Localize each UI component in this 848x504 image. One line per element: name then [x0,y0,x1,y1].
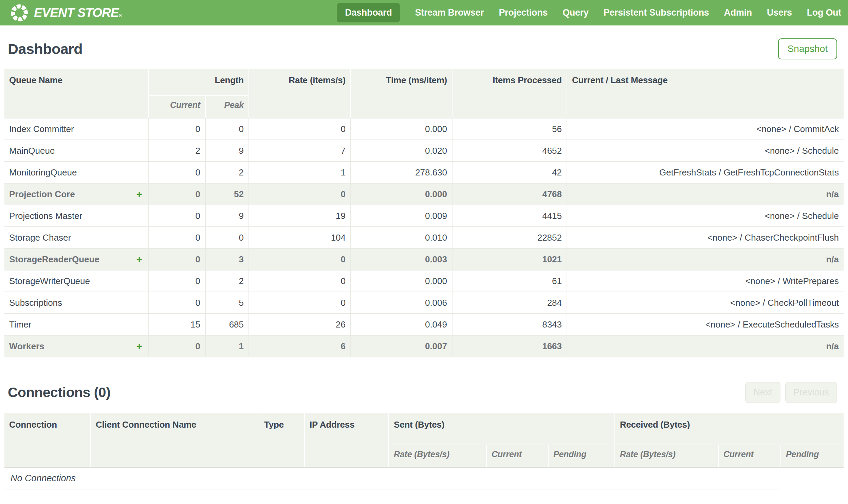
trademark-symbol: ® [119,13,122,18]
current-cell: 0 [149,227,205,249]
queue-name-cell: Timer [4,313,149,335]
items-processed-cell: 56 [452,118,567,140]
items-processed-cell: 1021 [452,249,567,270]
nav-item-projections[interactable]: Projections [499,3,547,22]
peak-cell: 2 [205,162,249,183]
queue-name-cell: Storage Chaser [4,227,149,249]
previous-button[interactable]: Previous [785,382,837,403]
queue-name-cell: Subscriptions [4,292,149,313]
nav-item-persistent-subscriptions[interactable]: Persistent Subscriptions [603,3,709,22]
time-cell: 0.000 [351,118,452,140]
message-cell: <none> / Schedule [567,205,844,227]
queue-row: Timer15685260.0498343<none> / ExecuteSch… [4,313,844,335]
message-cell: n/a [567,335,844,357]
current-cell: 0 [149,292,205,313]
col-received-pending: Pending [781,445,844,467]
current-cell: 0 [149,162,205,183]
main-content: Dashboard Snapshot Queue Name Length Rat… [0,38,848,489]
message-cell: <none> / ExecuteScheduledTasks [567,313,844,335]
col-sent-current: Current [486,445,548,467]
connections-title: Connections (0) [8,384,110,400]
next-button[interactable]: Next [745,382,780,403]
queue-name-cell: Index Committer [4,118,149,140]
col-sent-pending: Pending [548,445,615,467]
nav-item-log-out[interactable]: Log Out [807,3,841,22]
brand-name: EVENT STORE® [34,6,122,20]
current-cell: 0 [149,118,205,140]
queue-row: Index Committer0000.00056<none> / Commit… [4,118,844,140]
queue-name-label: MonitoringQueue [9,167,77,178]
col-client-connection-name: Client Connection Name [91,413,259,467]
queue-name-label: StorageReaderQueue [9,254,100,265]
col-sent-bytes: Sent (Bytes) [389,413,615,445]
items-processed-cell: 8343 [452,313,567,335]
peak-cell: 5 [205,292,249,313]
queues-table: Queue Name Length Rate (items/s) Time (m… [4,69,844,357]
nav-item-stream-browser[interactable]: Stream Browser [415,3,484,22]
nav-item-dashboard[interactable]: Dashboard [337,3,400,22]
message-cell: <none> / ChaserCheckpointFlush [567,227,844,249]
items-processed-cell: 4415 [452,205,567,227]
current-cell: 15 [149,313,205,335]
peak-cell: 9 [205,140,249,162]
queue-name-cell: MainQueue [4,140,149,162]
items-processed-cell: 42 [452,162,567,183]
current-cell: 0 [149,205,205,227]
message-cell: GetFreshStats / GetFreshTcpConnectionSta… [567,162,844,183]
nav-item-users[interactable]: Users [767,3,792,22]
col-connection: Connection [4,413,91,467]
queue-name-cell: Workers+ [4,335,149,357]
col-received-current: Current [718,445,781,467]
page-header: Dashboard Snapshot [4,38,844,59]
queues-table-header: Queue Name Length Rate (items/s) Time (m… [4,69,844,118]
nav-item-query[interactable]: Query [562,3,589,22]
queue-name-label: Projection Core [9,189,75,200]
col-ip-address: IP Address [305,413,389,467]
time-cell: 0.007 [351,335,452,357]
time-cell: 0.000 [351,270,452,292]
pagination: Next Previous [745,382,837,403]
peak-cell: 1 [205,335,249,357]
time-cell: 0.006 [351,292,452,313]
peak-cell: 2 [205,270,249,292]
queue-row: StorageWriterQueue0200.00061<none> / Wri… [4,270,844,292]
col-time: Time (ms/item) [351,69,452,118]
items-processed-cell: 22852 [452,227,567,249]
items-processed-cell: 61 [452,270,567,292]
queue-name-cell: Projections Master [4,205,149,227]
rate-cell: 6 [249,335,351,357]
message-cell: <none> / CheckPollTimeout [567,292,844,313]
col-received-rate: Rate (Bytes/s) [615,445,718,467]
connections-table-header: Connection Client Connection Name Type I… [4,413,844,467]
queue-name-label: Projections Master [9,211,82,221]
col-items-processed: Items Processed [452,69,567,118]
connections-table-body: No Connections [4,467,844,489]
rate-cell: 104 [249,227,351,249]
page-title: Dashboard [8,41,83,57]
col-queue-name: Queue Name [4,69,149,118]
no-connections-row: No Connections [4,467,844,489]
items-processed-cell: 1663 [452,335,567,357]
items-processed-cell: 284 [452,292,567,313]
expand-plus-icon[interactable]: + [136,254,144,264]
current-cell: 0 [149,270,205,292]
queue-row: MainQueue2970.0204652<none> / Schedule [4,140,844,162]
col-sent-rate: Rate (Bytes/s) [389,445,486,467]
rate-cell: 26 [249,313,351,335]
queue-name-label: Workers [9,341,44,352]
queue-row: Projection Core+05200.0004768n/a [4,183,844,205]
rate-cell: 0 [249,118,351,140]
col-length-peak: Peak [205,96,249,118]
rate-cell: 0 [249,270,351,292]
time-cell: 278.630 [351,162,452,183]
expand-plus-icon[interactable]: + [136,341,144,351]
expand-plus-icon[interactable]: + [136,189,144,199]
items-processed-cell: 4768 [452,183,567,205]
snapshot-button[interactable]: Snapshot [778,38,837,59]
queue-name-label: Index Committer [9,124,74,134]
current-cell: 2 [149,140,205,162]
nav-item-admin[interactable]: Admin [724,3,752,22]
top-navbar: EVENT STORE® DashboardStream BrowserProj… [0,0,848,25]
time-cell: 0.009 [351,205,452,227]
time-cell: 0.000 [351,183,452,205]
